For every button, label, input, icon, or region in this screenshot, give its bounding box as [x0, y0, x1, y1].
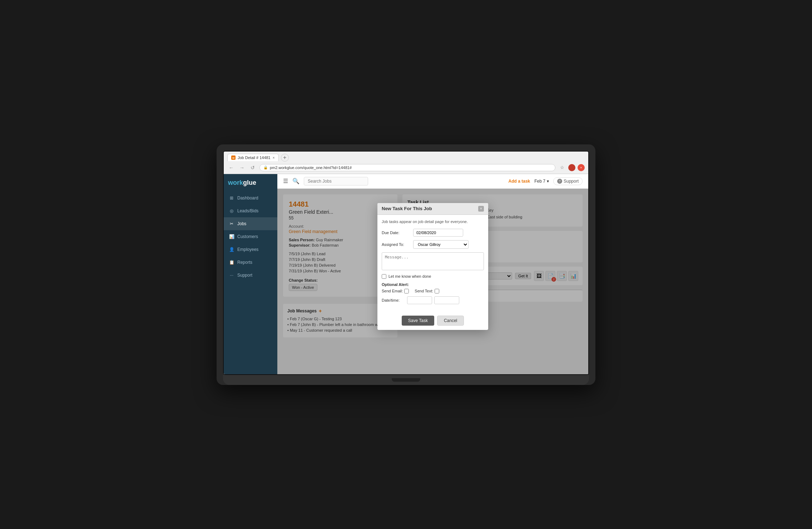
tab-title: Job Detail # 14481	[238, 155, 271, 160]
laptop-frame: w Job Detail # 14481 × + ← → ↺ 🔒 pm2.wor…	[217, 144, 595, 385]
datetime-row: Date/time:	[382, 296, 484, 304]
let-me-know-row: Let me know when done	[382, 274, 484, 279]
jobs-icon: ✂	[229, 221, 234, 227]
browser-tabs: w Job Detail # 14481 × +	[227, 154, 585, 162]
app-logo: workglue	[224, 174, 277, 192]
sidebar-item-label: Leads/Bids	[237, 208, 258, 213]
browser-toolbar: ← → ↺ 🔒 pm2.workglue.com/quote_one.html?…	[227, 164, 585, 172]
optional-alert-label: Optional Alert:	[382, 282, 484, 287]
date-display: Feb 7 ▾	[534, 179, 549, 184]
due-date-row: Due Date:	[382, 229, 484, 237]
let-me-know-checkbox[interactable]	[382, 274, 386, 279]
support-circle-icon: ?	[557, 179, 562, 184]
customers-icon: 📊	[229, 234, 234, 239]
modal-body: Job tasks appear on job detail page for …	[377, 215, 488, 313]
sidebar-item-jobs[interactable]: ✂ Jobs	[224, 217, 277, 230]
message-textarea[interactable]	[382, 252, 484, 270]
bookmark-button[interactable]: ☆	[558, 164, 566, 172]
url-text: pm2.workglue.com/quote_one.html?id=14481…	[270, 165, 352, 170]
new-tab-button[interactable]: +	[281, 154, 289, 162]
logo-text: workglue	[228, 179, 256, 186]
hamburger-icon[interactable]: ☰	[283, 178, 288, 184]
send-email-checkbox[interactable]	[404, 289, 409, 293]
add-task-button[interactable]: Add a task	[509, 179, 530, 184]
modal-close-button[interactable]: ×	[478, 206, 484, 212]
leads-icon: ◎	[229, 208, 234, 214]
top-bar-actions: Add a task Feb 7 ▾ ? Support	[509, 177, 583, 185]
sidebar-item-label: Support	[237, 273, 252, 278]
assigned-to-select[interactable]: Oscar Gillroy	[413, 240, 469, 249]
content-area: 14481 Green Field Exteri... 55 Account: …	[277, 189, 588, 374]
address-bar[interactable]: 🔒 pm2.workglue.com/quote_one.html?id=144…	[259, 164, 555, 171]
user-avatar-small[interactable]	[568, 164, 575, 171]
due-date-input[interactable]	[413, 229, 463, 237]
send-email-label: Send Email:	[382, 289, 403, 293]
sidebar-item-leads-bids[interactable]: ◎ Leads/Bids	[224, 204, 277, 217]
browser-tab[interactable]: w Job Detail # 14481 ×	[227, 154, 279, 161]
date-dropdown-icon[interactable]: ▾	[547, 179, 549, 184]
search-icon: 🔍	[292, 178, 299, 184]
main-content: ☰ 🔍 Add a task Feb 7 ▾ ? Support	[277, 174, 588, 374]
sidebar-item-support[interactable]: ··· Support	[224, 269, 277, 282]
modal-title: New Task For This Job	[382, 206, 432, 211]
cancel-button[interactable]: Cancel	[437, 316, 464, 326]
let-me-know-label: Let me know when done	[388, 274, 431, 278]
forward-button[interactable]: →	[238, 164, 246, 172]
sidebar-item-label: Customers	[237, 234, 258, 239]
top-bar: ☰ 🔍 Add a task Feb 7 ▾ ? Support	[277, 174, 588, 189]
app-layout: workglue ⊞ Dashboard ◎ Leads/Bids ✂ Jobs…	[224, 174, 588, 374]
datetime-date-input[interactable]	[407, 296, 432, 304]
laptop-screen: w Job Detail # 14481 × + ← → ↺ 🔒 pm2.wor…	[223, 151, 589, 375]
datetime-label: Date/time:	[382, 298, 405, 302]
modal-overlay: New Task For This Job × Job tasks appear…	[277, 189, 588, 374]
modal-footer: Save Task Cancel	[377, 313, 488, 330]
send-text-checkbox[interactable]	[435, 289, 439, 293]
sidebar-item-label: Employees	[237, 247, 258, 252]
reports-icon: 📋	[229, 259, 234, 265]
tab-close-button[interactable]: ×	[273, 156, 275, 160]
tab-favicon: w	[231, 155, 236, 160]
sidebar-item-reports[interactable]: 📋 Reports	[224, 256, 277, 269]
assigned-to-label: Assigned To:	[382, 242, 410, 247]
due-date-label: Due Date:	[382, 231, 410, 235]
sidebar-item-label: Jobs	[237, 221, 246, 226]
sidebar-item-label: Dashboard	[237, 196, 258, 201]
laptop-base	[223, 375, 589, 385]
toolbar-actions: ☆ ×	[558, 164, 585, 172]
save-task-button[interactable]: Save Task	[402, 316, 434, 326]
datetime-time-input[interactable]	[434, 296, 459, 304]
browser-close-button[interactable]: ×	[578, 164, 585, 171]
new-task-modal: New Task For This Job × Job tasks appear…	[377, 203, 488, 330]
send-text-option: Send Text:	[415, 289, 439, 293]
modal-header: New Task For This Job ×	[377, 203, 488, 215]
sidebar-item-dashboard[interactable]: ⊞ Dashboard	[224, 192, 277, 204]
search-input[interactable]	[304, 177, 368, 186]
sidebar-item-customers[interactable]: 📊 Customers	[224, 230, 277, 243]
sidebar-item-employees[interactable]: 👤 Employees	[224, 243, 277, 256]
sidebar: workglue ⊞ Dashboard ◎ Leads/Bids ✂ Jobs…	[224, 174, 277, 374]
sidebar-item-label: Reports	[237, 260, 252, 265]
modal-description: Job tasks appear on job detail page for …	[382, 219, 484, 224]
back-button[interactable]: ←	[227, 164, 235, 172]
dashboard-icon: ⊞	[229, 195, 234, 201]
send-text-label: Send Text:	[415, 289, 433, 293]
browser-chrome: w Job Detail # 14481 × + ← → ↺ 🔒 pm2.wor…	[224, 152, 588, 174]
support-label: Support	[564, 179, 579, 184]
lock-icon: 🔒	[263, 165, 268, 169]
refresh-button[interactable]: ↺	[249, 164, 257, 172]
employees-icon: 👤	[229, 247, 234, 252]
support-button[interactable]: ? Support	[553, 177, 583, 185]
alert-options: Send Email: Send Text:	[382, 289, 484, 293]
date-text: Feb 7	[534, 179, 545, 184]
support-nav-icon: ···	[229, 272, 234, 278]
send-email-option: Send Email:	[382, 289, 409, 293]
assigned-to-row: Assigned To: Oscar Gillroy	[382, 240, 484, 249]
laptop-notch	[392, 378, 420, 382]
